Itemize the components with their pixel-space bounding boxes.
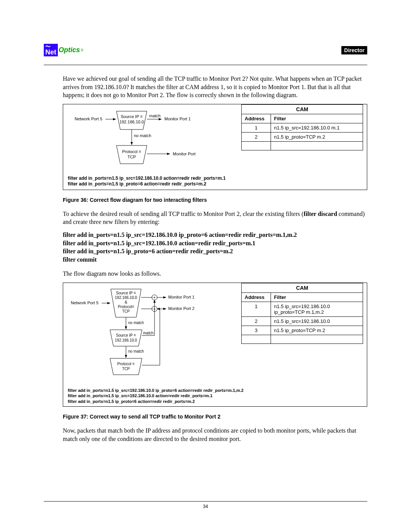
fig36-cam-head-filter: Filter [271, 114, 363, 123]
figure-37-frame: Source IP = 192.186.10.0 & Protocol= TCP… [63, 283, 367, 407]
figure-36-frame: Source IP = 192.186.10.0 Network Port 5 … [63, 104, 367, 190]
fig37-cam-head-filter: Filter [271, 292, 363, 302]
footer-rule [44, 501, 367, 502]
fig37-cmd-line: filter add in_ports=n1.5 ip_src=192.186.… [68, 393, 244, 398]
svg-text:Monitor Port 1: Monitor Port 1 [168, 295, 194, 299]
fig37-cam-row1-addr: 1 [242, 302, 271, 316]
svg-text:Protocol =: Protocol = [122, 149, 141, 154]
fig37-cam-body: Address Filter 1 n1.5 ip_src=192.186.10.… [241, 292, 363, 344]
svg-text:no match: no match [128, 349, 144, 353]
fig36-network-port-label: Network Port 5 [75, 117, 102, 121]
fig36-cam-head-addr: Address [242, 114, 271, 123]
logo-wave-icon: 〜 [45, 45, 51, 48]
netoptics-logo: 〜 Net Optics® [44, 44, 84, 56]
fig36-commands: filter add in_ports=n1.5 ip_src=192.186.… [68, 176, 226, 187]
fig37-cmd-line: filter add in_ports=n1.5 ip_src=192.186.… [68, 388, 244, 393]
svg-text:+: + [153, 296, 156, 300]
director-badge: Director [341, 46, 367, 54]
fig36-cam-row2-filter: n1.5 ip_proto=TCP m.2 [271, 132, 363, 141]
paragraph-3: The flow diagram now looks as follows. [63, 270, 367, 278]
page-header: 〜 Net Optics® Director [44, 44, 367, 56]
page-footer: 34 [44, 501, 367, 509]
svg-text:Monitor Port 2: Monitor Port 2 [173, 152, 196, 156]
header-rule [44, 65, 367, 65]
fig36-cam-table: CAM Address Filter 1 n1.5 ip_src=192.186… [241, 104, 363, 150]
cmd-line: filter add in_ports=n1.5 ip_src=192.186.… [63, 239, 367, 248]
fig37-cam-title: CAM [241, 283, 363, 292]
svg-text:match: match [143, 331, 153, 335]
page-content: Have we achieved our goal of sending all… [44, 61, 367, 447]
fig37-cmd-line: filter add in_ports=n1.5 ip_proto=6 acti… [68, 399, 244, 404]
logo-net-text: Net [45, 49, 56, 56]
svg-text:192.186.10.0: 192.186.10.0 [115, 296, 137, 300]
svg-text:Monitor Port 1: Monitor Port 1 [164, 117, 191, 121]
logo-optics-text: Optics [59, 46, 80, 54]
svg-text:no match: no match [134, 133, 151, 138]
fig36-cam-row1-addr: 1 [242, 123, 271, 132]
svg-text:TCP: TCP [122, 367, 130, 371]
svg-text:Source IP =: Source IP = [116, 333, 136, 337]
fig36-cam-title: CAM [241, 104, 363, 114]
fig37-cam-row2-filter: n1.5 ip_src=192.186.10.0 [271, 316, 363, 326]
fig36-cmd-line: filter add in_ports=n1.5 ip_src=192.186.… [68, 176, 226, 182]
command-block: filter add in_ports=n1.5 ip_src=192.186.… [63, 231, 367, 264]
svg-text:Network Port 5: Network Port 5 [71, 300, 99, 305]
paragraph-4: Now, packets that match both the IP addr… [63, 427, 367, 443]
fig37-cam-head-addr: Address [242, 292, 271, 302]
cmd-line: filter add in_ports=n1.5 ip_proto=6 acti… [63, 247, 367, 256]
svg-text:TCP: TCP [127, 155, 136, 159]
page: 〜 Net Optics® Director Have we achieved … [0, 0, 411, 532]
paragraph-2: To achieve the desired result of sending… [63, 210, 367, 226]
page-number: 34 [44, 504, 367, 509]
fig36-cam-body: Address Filter 1 n1.5 ip_src=192.186.10.… [241, 114, 363, 150]
cmd-line: filter add in_ports=n1.5 ip_src=192.186.… [63, 231, 367, 239]
svg-text:match: match [149, 113, 161, 118]
fig37-cam-row1-filter: n1.5 ip_src=192.186.10.0 ip_proto=TCP m.… [271, 302, 363, 316]
para2-b: filter discard [304, 211, 337, 217]
fig37-cam-row2-addr: 2 [242, 316, 271, 326]
fig36-cam-row2-addr: 2 [242, 132, 271, 141]
fig37-cam-table: CAM Address Filter 1 n1.5 ip_src=192.186… [241, 283, 363, 344]
svg-text:192.186.10.0: 192.186.10.0 [115, 338, 137, 342]
svg-text:Source IP =: Source IP = [116, 291, 136, 295]
svg-text:192.186.10.0: 192.186.10.0 [119, 120, 144, 124]
svg-text:Monitor Port 2: Monitor Port 2 [168, 306, 194, 311]
figure-36-caption: Figure 36: Correct flow diagram for two … [63, 197, 367, 203]
fig36-cam-row1-filter: n1.5 ip_src=192.186.10.0 m.1 [271, 123, 363, 132]
cmd-line: filter commit [63, 256, 367, 264]
figure-36-diagram: Source IP = 192.186.10.0 Network Port 5 … [67, 107, 196, 172]
svg-text:&: & [125, 300, 127, 304]
fig37-cam-row3-filter: n1.5 ip_proto=TCP m.2 [271, 326, 363, 335]
paragraph-intro: Have we achieved our goal of sending all… [63, 75, 367, 99]
fig37-cam-row3-addr: 3 [242, 326, 271, 335]
svg-text:Source IP =: Source IP = [121, 114, 143, 119]
svg-text:Protocol=: Protocol= [118, 305, 134, 309]
logo-reg-mark: ® [81, 48, 84, 52]
svg-text:Protocol =: Protocol = [117, 362, 134, 366]
svg-text:no match: no match [128, 321, 144, 325]
figure-37-caption: Figure 37: Correct way to send all TCP t… [63, 414, 367, 420]
figure-37-diagram: Source IP = 192.186.10.0 & Protocol= TCP… [67, 286, 196, 381]
logo-net-box: 〜 Net [44, 44, 58, 56]
fig37-commands: filter add in_ports=n1.5 ip_src=192.186.… [68, 388, 244, 404]
svg-text:TCP: TCP [122, 309, 130, 313]
fig36-cmd-line: filter add in_ports=n1.5 ip_proto=6 acti… [68, 181, 226, 187]
para2-a: To achieve the desired result of sending… [63, 211, 304, 217]
